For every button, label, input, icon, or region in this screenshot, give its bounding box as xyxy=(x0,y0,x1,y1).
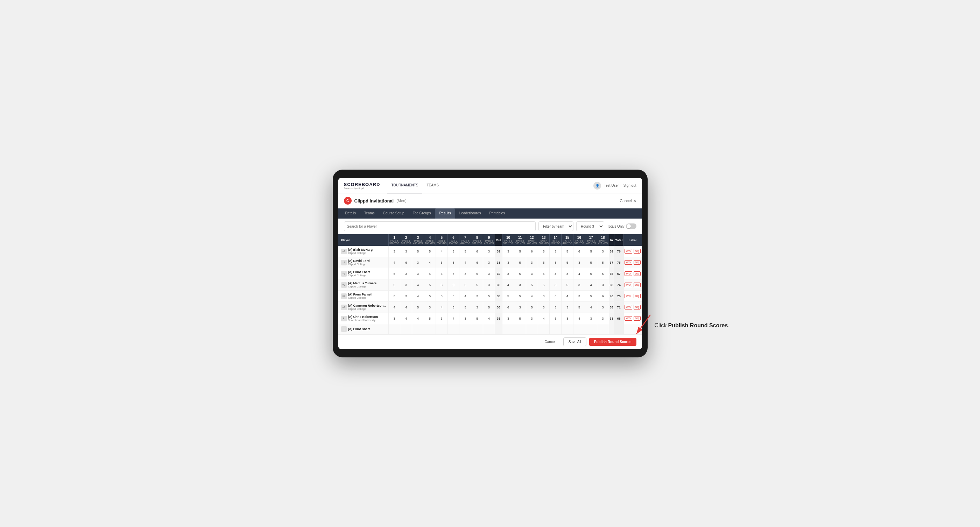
hole-14-score[interactable]: 5 xyxy=(550,313,562,324)
hole-16-score[interactable]: 4 xyxy=(573,268,585,279)
tab-leaderboards[interactable]: Leaderboards xyxy=(455,208,485,219)
hole-13-score[interactable] xyxy=(538,324,550,334)
hole-2-score[interactable]: 4 xyxy=(400,302,412,313)
hole-16-score[interactable]: 4 xyxy=(573,313,585,324)
hole-12-score[interactable]: 3 xyxy=(526,257,538,268)
save-all-btn[interactable]: Save All xyxy=(563,338,586,346)
hole-3-score[interactable]: 5 xyxy=(412,246,424,257)
hole-5-score[interactable]: 3 xyxy=(436,279,447,290)
hole-17-score[interactable]: 5 xyxy=(585,290,597,302)
hole-12-score[interactable]: 3 xyxy=(526,313,538,324)
dq-button[interactable]: DQ xyxy=(634,249,641,254)
hole-6-score[interactable]: 5 xyxy=(447,290,460,302)
hole-3-score[interactable]: 3 xyxy=(412,257,424,268)
hole-4-score[interactable]: 5 xyxy=(424,313,436,324)
hole-16-score[interactable] xyxy=(573,324,585,334)
publish-round-scores-btn[interactable]: Publish Round Scores xyxy=(589,338,636,346)
tab-course-setup[interactable]: Course Setup xyxy=(379,208,409,219)
hole-8-score[interactable]: 5 xyxy=(471,313,483,324)
hole-1-score[interactable]: 3 xyxy=(388,313,400,324)
hole-7-score[interactable]: 3 xyxy=(460,268,471,279)
hole-13-score[interactable]: 3 xyxy=(538,290,550,302)
hole-10-score[interactable]: 3 xyxy=(503,246,514,257)
hole-18-score[interactable]: 6 xyxy=(597,290,609,302)
hole-4-score[interactable]: 4 xyxy=(424,257,436,268)
hole-1-score[interactable]: 3 xyxy=(388,246,400,257)
hole-11-score[interactable]: 3 xyxy=(514,302,526,313)
wd-button[interactable]: WD xyxy=(625,294,632,298)
hole-2-score[interactable] xyxy=(400,324,412,334)
dq-button[interactable]: DQ xyxy=(634,271,641,276)
hole-1-score[interactable]: 4 xyxy=(388,257,400,268)
hole-10-score[interactable]: 5 xyxy=(503,290,514,302)
hole-18-score[interactable]: 3 xyxy=(597,302,609,313)
hole-9-score[interactable] xyxy=(483,324,495,334)
hole-9-score[interactable]: 4 xyxy=(483,313,495,324)
hole-14-score[interactable]: 4 xyxy=(550,268,562,279)
hole-16-score[interactable]: 6 xyxy=(573,246,585,257)
hole-2-score[interactable]: 3 xyxy=(400,246,412,257)
hole-4-score[interactable]: 4 xyxy=(424,268,436,279)
hole-9-score[interactable]: 3 xyxy=(483,268,495,279)
hole-5-score[interactable]: 4 xyxy=(436,246,447,257)
hole-17-score[interactable]: 4 xyxy=(585,279,597,290)
hole-2-score[interactable]: 6 xyxy=(400,257,412,268)
hole-15-score[interactable]: 5 xyxy=(562,246,573,257)
hole-5-score[interactable]: 3 xyxy=(436,313,447,324)
hole-8-score[interactable]: 3 xyxy=(471,302,483,313)
tab-teams[interactable]: Teams xyxy=(360,208,379,219)
hole-17-score[interactable]: 3 xyxy=(585,313,597,324)
hole-3-score[interactable] xyxy=(412,324,424,334)
hole-7-score[interactable]: 5 xyxy=(460,246,471,257)
hole-1-score[interactable]: 4 xyxy=(388,302,400,313)
hole-4-score[interactable]: 5 xyxy=(424,290,436,302)
search-input[interactable] xyxy=(344,221,536,231)
hole-11-score[interactable]: 5 xyxy=(514,257,526,268)
tab-results[interactable]: Results xyxy=(435,208,455,219)
hole-3-score[interactable]: 4 xyxy=(412,313,424,324)
hole-6-score[interactable]: 4 xyxy=(447,313,460,324)
hole-15-score[interactable]: 5 xyxy=(562,257,573,268)
hole-13-score[interactable]: 5 xyxy=(538,246,550,257)
hole-6-score[interactable]: 3 xyxy=(447,268,460,279)
hole-10-score[interactable] xyxy=(503,324,514,334)
hole-6-score[interactable] xyxy=(447,324,460,334)
wd-button[interactable]: WD xyxy=(625,260,632,265)
hole-18-score[interactable]: 5 xyxy=(597,268,609,279)
hole-18-score[interactable] xyxy=(597,324,609,334)
hole-16-score[interactable]: 5 xyxy=(573,302,585,313)
hole-3-score[interactable]: 4 xyxy=(412,279,424,290)
tab-printables[interactable]: Printables xyxy=(485,208,509,219)
hole-5-score[interactable]: 3 xyxy=(436,268,447,279)
hole-8-score[interactable]: 3 xyxy=(471,290,483,302)
hole-10-score[interactable]: 3 xyxy=(503,313,514,324)
hole-3-score[interactable]: 5 xyxy=(412,302,424,313)
hole-13-score[interactable]: 5 xyxy=(538,257,550,268)
hole-10-score[interactable]: 3 xyxy=(503,257,514,268)
hole-10-score[interactable]: 4 xyxy=(503,279,514,290)
hole-17-score[interactable]: 5 xyxy=(585,257,597,268)
hole-14-score[interactable] xyxy=(550,324,562,334)
hole-15-score[interactable]: 3 xyxy=(562,313,573,324)
wd-button[interactable]: WD xyxy=(625,283,632,287)
hole-9-score[interactable]: 3 xyxy=(483,257,495,268)
hole-12-score[interactable]: 3 xyxy=(526,268,538,279)
wd-button[interactable]: WD xyxy=(625,305,632,310)
nav-tournaments[interactable]: TOURNAMENTS xyxy=(387,178,422,194)
hole-8-score[interactable]: 6 xyxy=(471,246,483,257)
hole-11-score[interactable]: 5 xyxy=(514,268,526,279)
hole-1-score[interactable]: 5 xyxy=(388,279,400,290)
hole-1-score[interactable] xyxy=(388,324,400,334)
hole-15-score[interactable]: 3 xyxy=(562,268,573,279)
hole-8-score[interactable]: 5 xyxy=(471,268,483,279)
hole-15-score[interactable]: 4 xyxy=(562,290,573,302)
hole-15-score[interactable]: 3 xyxy=(562,302,573,313)
hole-2-score[interactable]: 3 xyxy=(400,279,412,290)
hole-8-score[interactable]: 6 xyxy=(471,257,483,268)
cancel-tournament-btn[interactable]: Cancel ✕ xyxy=(620,198,636,203)
hole-1-score[interactable]: 3 xyxy=(388,290,400,302)
hole-5-score[interactable]: 4 xyxy=(436,302,447,313)
totals-toggle-track[interactable] xyxy=(626,224,636,229)
tab-tee-groups[interactable]: Tee Groups xyxy=(409,208,435,219)
wd-button[interactable]: WD xyxy=(625,271,632,276)
